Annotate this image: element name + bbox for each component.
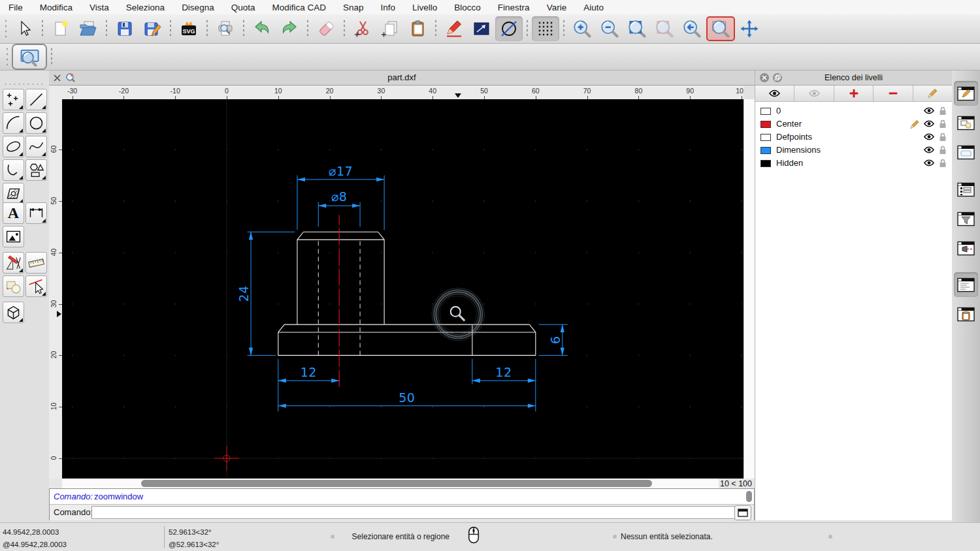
menu-blocco[interactable]: Blocco <box>446 3 489 12</box>
add-layer-button[interactable] <box>834 86 874 101</box>
shapes-tool[interactable] <box>25 159 47 181</box>
laser-pointer-toggle[interactable] <box>954 236 978 260</box>
grid-toggle-button[interactable] <box>532 16 559 41</box>
delete-button[interactable] <box>312 16 340 41</box>
save-as-button[interactable] <box>139 16 166 41</box>
menu-disegna[interactable]: Disegna <box>173 3 223 12</box>
layer-visibility-icon[interactable] <box>924 106 934 115</box>
save-button[interactable] <box>111 16 139 41</box>
layer-lock-icon[interactable] <box>939 159 947 168</box>
menu-varie[interactable]: Varie <box>538 3 576 12</box>
hide-all-layers-button[interactable] <box>794 86 834 101</box>
modify-tool[interactable] <box>3 252 24 274</box>
polyline-tool[interactable] <box>3 159 24 181</box>
open-file-button[interactable] <box>74 16 102 41</box>
menu-file[interactable]: File <box>0 3 31 12</box>
menu-vista[interactable]: Vista <box>81 3 118 12</box>
command-history-toggle[interactable] <box>954 272 978 297</box>
layer-color-swatch[interactable] <box>760 108 771 115</box>
active-tool-zoom-window-icon[interactable] <box>12 44 47 70</box>
menu-quota[interactable]: Quota <box>223 3 264 12</box>
solid-tool[interactable] <box>3 302 24 323</box>
command-history-scrollbar[interactable] <box>746 491 752 502</box>
edit-layer-button[interactable] <box>913 86 952 101</box>
polyline-tool-button[interactable] <box>468 16 495 41</box>
layer-row[interactable]: Defpoints <box>755 131 952 144</box>
command-options-button[interactable] <box>734 505 751 520</box>
print-preview-button[interactable] <box>212 16 239 41</box>
horizontal-scrollbar[interactable] <box>62 479 719 488</box>
copy-button[interactable] <box>376 16 404 41</box>
menu-snap[interactable]: Snap <box>335 3 372 12</box>
layer-visibility-icon[interactable] <box>924 159 934 167</box>
modify-ellipse-button[interactable] <box>495 16 523 41</box>
ellipse-tool[interactable] <box>3 136 24 157</box>
layer-color-swatch[interactable] <box>760 147 771 154</box>
spline-tool[interactable] <box>25 136 47 157</box>
layer-color-swatch[interactable] <box>760 121 771 128</box>
menu-aiuto[interactable]: Aiuto <box>575 3 612 12</box>
document-tab-title[interactable]: part.dxf <box>49 72 755 82</box>
show-all-layers-button[interactable] <box>755 86 794 101</box>
layer-color-swatch[interactable] <box>760 134 771 141</box>
measure-tool[interactable] <box>25 252 47 274</box>
point-tool[interactable] <box>3 89 24 110</box>
zoom-window-button[interactable] <box>708 18 734 40</box>
draw-pencil-button[interactable] <box>440 16 468 41</box>
palette-handle[interactable] <box>3 82 44 86</box>
layer-lock-icon[interactable] <box>939 133 947 142</box>
zoom-selection-button[interactable] <box>651 16 678 41</box>
menu-livello[interactable]: Livello <box>404 3 446 12</box>
hatch-tool[interactable] <box>3 183 24 204</box>
selection-pointer-icon[interactable] <box>10 16 38 41</box>
svg-export-button[interactable]: SVG <box>175 16 203 41</box>
layer-lock-icon[interactable] <box>939 119 947 129</box>
property-editor-toggle[interactable] <box>954 81 978 106</box>
new-file-button[interactable] <box>47 16 74 41</box>
layer-row[interactable]: Dimensions <box>755 144 952 157</box>
previous-view-button[interactable] <box>678 16 706 41</box>
clipboard-panel-toggle[interactable] <box>954 302 978 326</box>
zoom-out-button[interactable] <box>596 16 623 41</box>
arc-tool[interactable] <box>3 112 24 134</box>
layer-row[interactable]: Center <box>755 118 952 131</box>
select-tool[interactable] <box>25 276 47 297</box>
image-tool[interactable] <box>3 226 24 247</box>
layer-lock-icon[interactable] <box>939 146 947 155</box>
undo-button[interactable] <box>248 16 276 41</box>
vertical-scrollbar[interactable] <box>743 99 755 479</box>
cut-button[interactable] <box>349 16 376 41</box>
horizontal-scrollbar-thumb[interactable] <box>141 480 652 487</box>
command-history[interactable]: Comando: zoomwindow <box>50 489 754 504</box>
block-tool[interactable] <box>3 276 24 297</box>
zoom-in-button[interactable] <box>568 16 596 41</box>
circle-tool[interactable] <box>25 112 47 134</box>
layer-color-swatch[interactable] <box>760 160 771 167</box>
remove-layer-button[interactable] <box>874 86 913 101</box>
library-browser-toggle[interactable] <box>954 140 978 165</box>
menu-modifica[interactable]: Modifica <box>31 3 81 12</box>
layer-row[interactable]: 0 <box>755 104 952 118</box>
redo-button[interactable] <box>276 16 303 41</box>
toolbar-handle[interactable] <box>5 46 9 67</box>
auto-zoom-button[interactable] <box>623 16 651 41</box>
pan-button[interactable] <box>736 16 763 41</box>
line-tool[interactable] <box>25 89 47 110</box>
menu-finestra[interactable]: Finestra <box>489 3 538 12</box>
menu-seleziona[interactable]: Seleziona <box>118 3 173 12</box>
layer-lock-icon[interactable] <box>939 106 947 116</box>
dock-handle[interactable] <box>957 74 975 75</box>
layer-list-toggle[interactable] <box>954 177 978 202</box>
toolbar-handle[interactable] <box>4 18 8 39</box>
layer-row[interactable]: Hidden <box>755 157 952 170</box>
layer-visibility-icon[interactable] <box>924 119 934 128</box>
selection-filter-toggle[interactable] <box>954 206 978 231</box>
dimension-tool[interactable] <box>25 202 47 224</box>
cad-canvas[interactable]: ⌀17⌀8246121250 <box>62 99 743 479</box>
text-tool[interactable]: A <box>3 202 24 224</box>
menu-info[interactable]: Info <box>372 3 404 12</box>
layer-visibility-icon[interactable] <box>924 133 934 141</box>
layer-visibility-icon[interactable] <box>924 146 934 154</box>
paste-button[interactable] <box>404 16 431 41</box>
command-input[interactable] <box>91 506 738 519</box>
